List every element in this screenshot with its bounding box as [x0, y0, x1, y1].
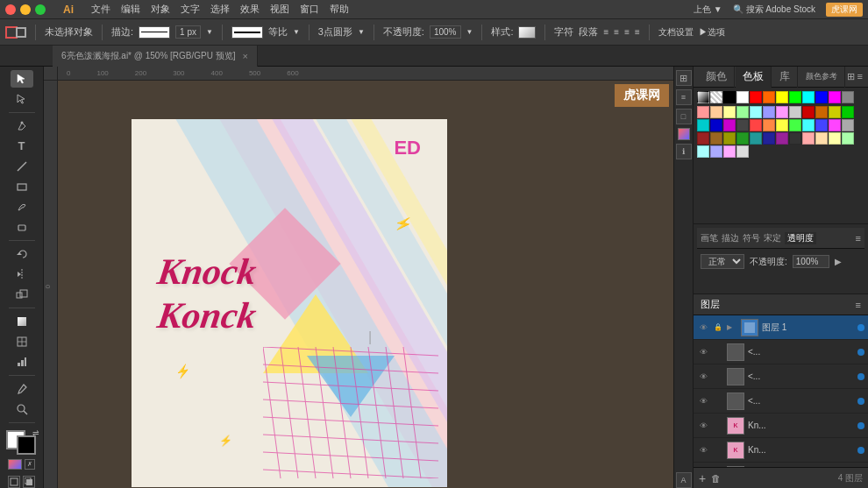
layer-item-4[interactable]: 👁KKn...	[694, 414, 868, 438]
minimize-btn[interactable]	[20, 4, 31, 15]
swatch-42[interactable]	[802, 132, 815, 145]
swatch-41[interactable]	[789, 132, 801, 145]
swatch-5[interactable]	[789, 91, 801, 103]
swatch-16[interactable]	[776, 106, 788, 118]
swatch-14[interactable]	[750, 106, 762, 118]
swatch-45[interactable]	[842, 132, 854, 145]
layer-item-1[interactable]: 👁<...	[694, 340, 868, 364]
stroke-style-preview[interactable]	[231, 26, 263, 39]
swatch-33[interactable]	[842, 119, 854, 131]
rect-tool[interactable]	[11, 178, 33, 195]
menu-file[interactable]: 文件	[91, 3, 110, 16]
text-tool[interactable]: T	[11, 138, 33, 155]
scale-tool[interactable]	[11, 286, 33, 303]
search-stock[interactable]: 🔍 搜索 Adobe Stock	[733, 4, 815, 16]
para-label[interactable]: 段落	[579, 25, 598, 39]
tab-color[interactable]: 颜色	[699, 67, 735, 88]
panel-grid-icon[interactable]: ⊞	[847, 71, 855, 82]
layer-item-2[interactable]: 👁<...	[694, 364, 868, 389]
menu-text[interactable]: 文字	[181, 3, 200, 16]
swatch-40[interactable]	[776, 132, 788, 145]
align-right[interactable]: ≡	[624, 27, 630, 37]
gradient-tool[interactable]	[11, 313, 33, 330]
swatch-7[interactable]	[815, 91, 828, 103]
opacity-input[interactable]	[793, 255, 829, 268]
new-layer-btn[interactable]: +	[699, 472, 706, 484]
dropdown-arrow4[interactable]: ▼	[466, 28, 473, 36]
swatch-10[interactable]	[697, 106, 709, 118]
mesh-tool[interactable]	[11, 333, 33, 350]
brush-tab[interactable]: 画笔	[701, 232, 718, 244]
chart-tool[interactable]	[11, 353, 33, 371]
swatch-22[interactable]	[697, 119, 709, 131]
swatch-27[interactable]	[763, 119, 775, 131]
mid-panel-menu[interactable]: ≡	[856, 233, 861, 244]
dropdown-arrow1[interactable]: ▼	[206, 28, 213, 36]
swatch-0[interactable]	[723, 91, 736, 103]
swatch-6[interactable]	[802, 91, 815, 103]
swatch-44[interactable]	[829, 132, 841, 145]
swatch-23[interactable]	[710, 119, 722, 131]
swatch-32[interactable]	[829, 119, 841, 131]
opacity-value[interactable]: 100%	[430, 25, 461, 39]
swatch-37[interactable]	[736, 132, 749, 145]
swatch-36[interactable]	[723, 132, 736, 145]
swatch-34[interactable]	[697, 132, 709, 145]
swatch-24[interactable]	[723, 119, 736, 131]
draw-behind[interactable]	[23, 476, 35, 488]
tab-color-ref[interactable]: 颜色参考	[799, 67, 845, 88]
layer-eye-1[interactable]: 👁	[697, 346, 709, 358]
swatch-20[interactable]	[829, 106, 841, 118]
close-btn[interactable]	[5, 4, 16, 15]
layer-eye-5[interactable]: 👁	[697, 444, 709, 456]
swatch-2[interactable]	[750, 91, 762, 103]
draw-normal[interactable]	[8, 476, 20, 488]
style-preview[interactable]	[518, 26, 536, 39]
top-arrow[interactable]: ▶选项	[699, 26, 725, 39]
swatch-12[interactable]	[723, 106, 736, 118]
swatch-21[interactable]	[842, 106, 854, 118]
layer-eye-2[interactable]: 👁	[697, 371, 709, 383]
dropdown-arrow2[interactable]: ▼	[293, 28, 300, 36]
layer-expand-0[interactable]: ▶	[727, 323, 737, 331]
swatch-19[interactable]	[815, 106, 828, 118]
swatch-31[interactable]	[815, 119, 828, 131]
stroke-value[interactable]: 1 px	[175, 25, 201, 39]
blend-mode-select[interactable]: 正常	[701, 254, 744, 269]
swatch-35[interactable]	[710, 132, 722, 145]
info-icon[interactable]: ℹ	[676, 144, 692, 159]
swatch-47[interactable]	[710, 145, 722, 158]
swatch-39[interactable]	[763, 132, 775, 145]
rotate-tool[interactable]	[11, 245, 33, 263]
none-btn[interactable]: ✗	[25, 459, 35, 470]
tab-close[interactable]: ×	[243, 51, 248, 61]
pen-tool[interactable]	[11, 117, 33, 135]
stroke-preview[interactable]	[139, 26, 170, 39]
menu-help[interactable]: 帮助	[330, 3, 349, 16]
swap-colors[interactable]: ⇌	[32, 428, 39, 437]
library-icon[interactable]: □	[676, 109, 692, 124]
menu-effect[interactable]: 效果	[240, 3, 260, 16]
layers-icon2[interactable]: ≡	[676, 89, 692, 105]
selection-tool[interactable]	[11, 70, 33, 88]
doc-settings[interactable]: 文档设置	[658, 26, 694, 39]
properties-icon[interactable]: ⊞	[676, 70, 692, 86]
eraser-tool[interactable]	[11, 218, 33, 236]
swatch-43[interactable]	[815, 132, 828, 145]
swatch-18[interactable]	[802, 106, 815, 118]
special-swatch-gradient[interactable]	[697, 91, 709, 103]
swatch-13[interactable]	[736, 106, 749, 118]
swatch-26[interactable]	[750, 119, 762, 131]
menu-window[interactable]: 窗口	[300, 3, 319, 16]
align-center[interactable]: ≡	[614, 27, 619, 37]
swatch-48[interactable]	[723, 145, 736, 158]
paint-tool[interactable]	[11, 198, 33, 216]
layer-item-0[interactable]: 👁🔒▶图层 1	[694, 315, 868, 340]
panel-menu-icon[interactable]: ≡	[857, 71, 863, 82]
layer-eye-4[interactable]: 👁	[697, 420, 709, 432]
special-swatch-pattern[interactable]	[710, 91, 722, 103]
swatch-49[interactable]	[736, 145, 749, 158]
document-icon[interactable]: A	[676, 472, 692, 488]
layer-eye-3[interactable]: 👁	[697, 395, 709, 407]
char-label[interactable]: 字符	[554, 25, 573, 39]
